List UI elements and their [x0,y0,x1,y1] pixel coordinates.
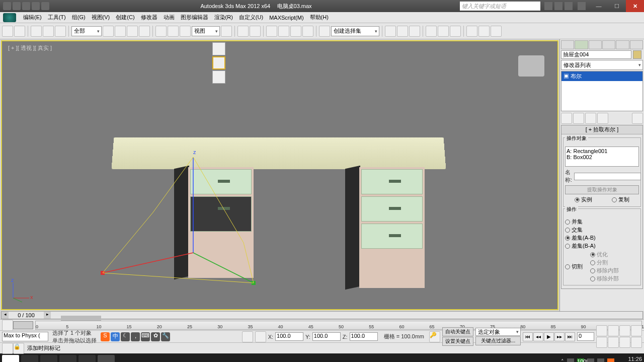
tray-clock[interactable]: 11:262016/4/10 [617,356,642,363]
menu-tools[interactable]: 工具(T) [45,13,69,22]
play-icon[interactable]: ▶ [544,332,554,341]
tab-display[interactable] [616,40,629,49]
snap-option-3[interactable] [212,70,225,84]
menu-grapheditors[interactable]: 图形编辑器 [178,13,211,22]
goto-start-icon[interactable]: ⏮ [523,332,533,341]
select-object-icon[interactable] [103,26,114,37]
nav-max-icon[interactable] [631,337,642,348]
tray-sogou-icon[interactable] [607,358,614,363]
ime-s-icon[interactable]: S [101,332,110,341]
modifier-list-dropdown[interactable]: 修改器列表 [561,60,643,70]
next-frame-icon[interactable]: ▸▸ [554,332,565,341]
keyfilter-dropdown[interactable]: 选定对象 [475,328,521,336]
unlink-icon[interactable] [43,26,54,37]
radio-instance[interactable] [575,197,580,202]
menu-create[interactable]: 创建(C) [113,13,137,22]
scroll-left-icon[interactable]: ◂ [2,312,9,319]
navpan-icon[interactable] [596,325,607,336]
search-icon[interactable] [544,2,552,10]
show-end-result-icon[interactable] [573,113,584,124]
prev-frame-icon[interactable]: ◂◂ [533,332,543,341]
nav-orbit-icon[interactable] [619,337,630,348]
menu-edit[interactable]: 编辑(E) [20,13,45,22]
qat-new-icon[interactable] [3,2,11,10]
maximize-button[interactable]: ☐ [608,0,626,12]
infocenter-search[interactable]: 键入关键字或短语 [460,2,540,11]
redo-icon[interactable] [14,26,25,37]
qat-undo-icon[interactable] [32,2,40,10]
coord-z-field[interactable]: 100.0 [350,332,378,341]
align-icon[interactable] [397,26,408,37]
snap-option-2[interactable] [212,56,225,69]
help-icon[interactable] [578,2,586,10]
rendered-frame-icon[interactable] [478,26,490,37]
tab-create[interactable] [561,40,574,49]
window-crossing-icon[interactable] [139,26,150,37]
operand-name-field[interactable] [574,173,641,180]
list-item[interactable]: B: Box002 [567,154,637,160]
tab-utilities[interactable] [630,40,643,49]
goto-end-icon[interactable]: ⏭ [565,332,575,341]
rollout-header[interactable]: [ + 拾取布尔 ] [561,125,642,134]
transform-type-in-icon[interactable] [255,331,266,342]
make-unique-icon[interactable] [585,113,596,124]
autokey-button[interactable]: 自动关键点 [442,327,473,336]
layers-icon[interactable] [409,26,420,37]
menu-maxscript[interactable]: MAXScript(M) [266,14,306,22]
ime-keyboard-icon[interactable]: ⌨ [141,332,150,341]
configure-sets-icon[interactable] [632,113,643,124]
time-config-icon[interactable] [2,320,13,331]
qat-save-icon[interactable] [22,2,30,10]
taskbar-explorer-icon[interactable] [21,355,38,363]
pivot-center-icon[interactable] [221,26,232,37]
nav-fov-icon[interactable] [619,325,630,336]
keyboard-shortcut-icon[interactable] [250,26,261,37]
tray-chevron-up-icon[interactable]: ˄ [561,358,564,362]
keyfilters-button[interactable]: 关键点过滤器... [475,336,521,345]
menu-animation[interactable]: 动画 [160,13,178,22]
taskbar-chrome-icon[interactable] [59,355,76,363]
menu-group[interactable]: 组(G) [69,13,89,22]
named-selection-dropdown[interactable]: 创建选择集 [331,26,379,36]
viewcube[interactable] [518,55,544,77]
exchange-icon[interactable] [554,2,562,10]
nav-zoom-icon[interactable] [608,325,619,336]
setkey-button[interactable]: 设置关键点 [442,337,473,346]
radio-copy[interactable] [612,197,617,202]
list-item[interactable]: A: Rectangle001 [567,148,637,154]
current-frame-field[interactable]: 0 [577,332,594,341]
time-slider[interactable] [13,321,33,329]
lock-icon[interactable]: 🔒 [13,343,24,354]
selection-lock-icon[interactable] [242,331,253,342]
menu-help[interactable]: 帮助(H) [307,13,332,22]
modifier-stack[interactable]: ▣ 布尔 [561,71,643,111]
nav-pan2-icon[interactable] [608,337,619,348]
menu-customize[interactable]: 自定义(U) [236,13,266,22]
qat-open-icon[interactable] [13,2,21,10]
app-menu-button[interactable] [3,13,16,22]
scroll-right-icon[interactable]: ▸ [44,312,51,319]
snap-toggle-icon[interactable] [266,26,277,37]
minimize-button[interactable]: — [590,0,608,12]
manipulate-icon[interactable] [237,26,249,37]
render-setup-icon[interactable] [466,26,477,37]
pin-stack-icon[interactable] [561,113,572,124]
reference-coord-dropdown[interactable]: 视图 [192,26,220,36]
tray-shield-icon[interactable] [567,358,574,363]
maxscript-listener[interactable]: Max to Physx ( [2,332,48,341]
curve-editor-icon[interactable] [426,26,437,37]
material-editor-icon[interactable] [450,26,461,37]
bind-spacewarp-icon[interactable] [55,26,66,37]
close-button[interactable]: ✕ [626,0,644,12]
select-region-icon[interactable] [127,26,138,37]
isolate-icon[interactable] [2,343,13,354]
taskbar-3dsmax-icon[interactable] [98,355,115,363]
spinner-snap-icon[interactable] [302,26,313,37]
tab-modify[interactable] [575,40,588,49]
tab-hierarchy[interactable] [589,40,602,49]
move-icon[interactable] [155,26,167,37]
radio-subtract-ab[interactable] [565,236,570,241]
selection-filter-dropdown[interactable]: 全部 [71,26,102,36]
nav-zoomall-icon[interactable] [631,325,642,336]
tray-network-icon[interactable] [587,358,594,363]
